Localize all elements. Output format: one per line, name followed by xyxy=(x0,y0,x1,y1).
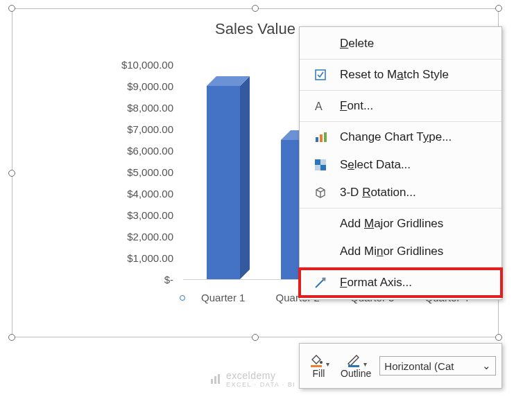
menu-select-data[interactable]: Select Data... xyxy=(300,151,501,179)
menu-separator xyxy=(300,59,501,60)
menu-separator xyxy=(300,121,501,122)
y-tick-label: $- xyxy=(110,274,179,285)
menu-add-major-gridlines[interactable]: Add Major Gridlines xyxy=(300,210,501,238)
resize-handle[interactable] xyxy=(8,5,15,12)
svg-rect-0 xyxy=(316,70,325,80)
svg-rect-4 xyxy=(324,132,327,142)
menu-reset-style[interactable]: Reset to Match Style xyxy=(300,61,501,89)
menu-label: Format Axis... xyxy=(340,276,412,290)
dropdown-caret-icon: ▾ xyxy=(326,360,329,368)
outline-label: Outline xyxy=(341,368,371,379)
resize-handle[interactable] xyxy=(8,334,15,341)
svg-rect-13 xyxy=(218,374,220,384)
select-data-icon xyxy=(309,158,332,172)
menu-label: Reset to Match Style xyxy=(340,68,449,82)
logo-icon xyxy=(209,373,222,385)
y-tick-label: $6,000.00 xyxy=(110,145,179,157)
resize-handle[interactable] xyxy=(495,5,502,12)
outline-button[interactable]: ▾ Outline xyxy=(338,351,374,380)
menu-label: Delete xyxy=(340,37,374,51)
resize-handle[interactable] xyxy=(8,170,15,177)
cube-icon xyxy=(309,186,332,200)
mini-toolbar: ▾ Fill ▾ Outline Horizontal (Cat ⌄ xyxy=(299,343,502,389)
menu-label: Font... xyxy=(340,99,373,113)
reset-icon xyxy=(309,68,332,82)
menu-3d-rotation[interactable]: 3-D Rotation... xyxy=(300,179,501,206)
x-tick-label: Quarter 1 xyxy=(201,292,245,303)
menu-format-axis[interactable]: Format Axis... xyxy=(300,269,501,297)
menu-label: Add Major Gridlines xyxy=(340,217,443,231)
selection-handle[interactable] xyxy=(180,295,185,301)
context-menu: Delete Reset to Match Style A Font... Ch… xyxy=(299,26,502,300)
resize-handle[interactable] xyxy=(495,334,502,341)
y-tick-label: $5,000.00 xyxy=(110,166,179,178)
dropdown-caret-icon: ⌄ xyxy=(482,360,491,372)
svg-rect-3 xyxy=(320,134,323,142)
menu-label: 3-D Rotation... xyxy=(340,186,416,200)
chart-type-icon xyxy=(309,130,332,144)
chart-element-selector[interactable]: Horizontal (Cat ⌄ xyxy=(379,356,496,376)
menu-label: Add Minor Gridlines xyxy=(340,245,443,258)
svg-rect-10 xyxy=(348,365,359,367)
y-tick-label: $7,000.00 xyxy=(110,123,179,135)
bar[interactable] xyxy=(207,86,240,279)
svg-rect-2 xyxy=(316,137,318,142)
watermark-brand: exceldemy xyxy=(226,370,295,381)
svg-rect-11 xyxy=(211,379,213,384)
menu-separator xyxy=(300,267,501,267)
y-tick-label: $9,000.00 xyxy=(110,80,179,92)
resize-handle[interactable] xyxy=(252,5,259,12)
menu-font[interactable]: A Font... xyxy=(300,92,501,120)
menu-separator xyxy=(300,208,501,209)
fill-bucket-icon xyxy=(308,353,325,368)
outline-pen-icon xyxy=(345,353,362,368)
svg-rect-6 xyxy=(315,159,320,165)
svg-rect-9 xyxy=(311,365,322,367)
y-tick-label: $8,000.00 xyxy=(110,102,179,114)
dropdown-caret-icon: ▾ xyxy=(363,360,367,368)
menu-label: Select Data... xyxy=(340,158,411,172)
menu-change-chart-type[interactable]: Change Chart Type... xyxy=(300,123,501,151)
watermark: exceldemy EXCEL · DATA · BI xyxy=(209,370,295,388)
menu-label: Change Chart Type... xyxy=(340,130,452,144)
selector-value: Horizontal (Cat xyxy=(384,360,454,372)
resize-handle[interactable] xyxy=(252,334,259,341)
menu-add-minor-gridlines[interactable]: Add Minor Gridlines xyxy=(300,238,501,265)
y-tick-label: $2,000.00 xyxy=(110,231,179,242)
fill-label: Fill xyxy=(313,368,325,379)
y-axis[interactable]: $10,000.00$9,000.00$8,000.00$7,000.00$6,… xyxy=(110,64,179,286)
fill-button[interactable]: ▾ Fill xyxy=(305,351,332,380)
y-tick-label: $10,000.00 xyxy=(110,59,179,71)
watermark-sub: EXCEL · DATA · BI xyxy=(226,381,295,388)
font-icon: A xyxy=(309,99,332,113)
y-tick-label: $4,000.00 xyxy=(110,188,179,200)
menu-separator xyxy=(300,90,501,91)
format-axis-icon xyxy=(309,276,332,290)
y-tick-label: $3,000.00 xyxy=(110,209,179,221)
svg-rect-12 xyxy=(214,376,216,384)
svg-point-8 xyxy=(320,361,323,364)
menu-delete[interactable]: Delete xyxy=(300,30,501,58)
svg-text:A: A xyxy=(315,100,323,112)
svg-rect-7 xyxy=(320,165,326,170)
y-tick-label: $1,000.00 xyxy=(110,252,179,264)
